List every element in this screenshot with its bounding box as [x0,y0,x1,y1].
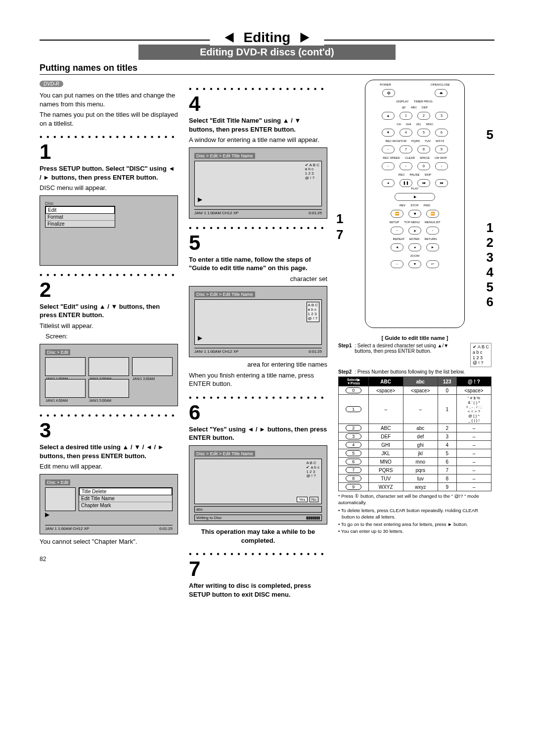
chevron-left-icon [225,33,234,43]
step-number-6: 6 [189,402,327,423]
step6-screen: Disc > Edit > Edit Title Name A B C a b … [189,445,327,524]
step1-instruction: Press SETUP button. Select "DISC" using … [40,164,178,182]
divider-dots: • • • • • • • • • • • • • • • • • • • • … [40,411,178,420]
step-number-3: 3 [40,420,178,441]
divider-dots: • • • • • • • • • • • • • • • • • • • • … [189,85,327,94]
step3-screen: Disc > Edit Title Delete Edit Title Name… [40,474,178,534]
guide-step1: Step1 : Select a desired character set u… [338,343,491,367]
step5-after: When you finish entering a title name, p… [189,371,327,388]
step-number-1: 1 [40,142,178,162]
step6-warning: This operation may take a while to be co… [189,527,327,545]
chevron-right-icon [300,33,309,43]
guide-footnote: * Press ① button, character set will be … [338,493,491,506]
step2-instruction: Select "Edit" using ▲ / ▼ buttons, then … [40,302,178,320]
step1-result: DISC menu will appear. [40,184,178,192]
title-thumb: JAN/1 1:00AM [45,357,86,376]
divider-dots: • • • • • • • • • • • • • • • • • • • • … [189,550,327,559]
title-thumb: JAN/1 4:00AM [45,379,86,398]
step-number-5: 5 [189,233,327,253]
step5-instruction: To enter a title name, follow the steps … [189,255,327,273]
step5-screen: Disc > Edit > Edit Title Name A B C a b … [189,286,327,357]
page-header: Editing [244,30,291,46]
section-heading: Putting names on titles [40,63,494,75]
step3-note: You cannot select "Chapter Mark". [40,537,178,546]
table-row: 0<space><space>0<space> [339,386,491,395]
step1-screen: Disc Edit Format Finalize [40,195,178,266]
divider-dots: • • • • • • • • • • • • • • • • • • • • … [40,271,178,280]
table-row: 2ABCabc2– [339,424,491,432]
step2-screen-label: Screen: [45,332,178,341]
table-row: 7PQRSpqrs7– [339,466,491,474]
guide-step2: Step2 : Press Number buttons following b… [338,369,491,375]
table-row: 9WXYZwxyz9– [339,483,491,491]
step5-callout-bottom: area for entering title names [189,360,327,369]
step4-screen: Disc > Edit > Edit Title Name A B C a b … [189,147,327,219]
step3-instruction: Select a desired title using ▲ / ▼ / ◄ /… [40,443,178,460]
dvd-r-badge: DVD-R [40,81,63,87]
step4-result: A window for entering a title name will … [189,136,327,144]
table-row: 3DEFdef3– [339,432,491,441]
step2-result: Titlelist will appear. [40,322,178,331]
divider-dots: • • • • • • • • • • • • • • • • • • • • … [40,133,178,142]
subsection-band: Editing DVD-R discs (cont'd) [138,45,396,60]
remote-diagram: 5 1 7 1 2 3 4 5 6 POWEROPEN/CLOSE ⏻⏏ DIS… [338,80,491,328]
intro-text-1: You can put names on the titles and chan… [40,91,178,108]
table-row: 8TUVtuv8– [339,474,491,483]
step3-result: Edit menu will appear. [40,462,178,471]
table-row: 5JKLjkl5– [339,449,491,458]
divider-dots: • • • • • • • • • • • • • • • • • • • • … [189,393,327,402]
table-row: 6MNOmno6– [339,458,491,466]
title-thumb: JAN/1 3:00AM [132,357,173,376]
title-thumb: JAN/1 2:00AM [89,357,129,376]
title-thumb: JAN/1 5:00AM [89,379,129,398]
guide-title: [ Guide to edit title name ] [338,335,491,341]
step2-screen: Disc > Edit JAN/1 1:00AMJAN/1 2:00AMJAN/… [40,344,178,406]
page-number: 82 [40,556,178,563]
guide-bullets: • To delete letters, press CLEAR button … [338,508,491,535]
step-number-2: 2 [40,280,178,300]
table-row: 4GHIghi4– [339,441,491,449]
step-number-4: 4 [189,94,327,114]
step-number-7: 7 [189,559,327,579]
character-table: Select▶▼Press ABC abc 123 @ ! ? 0<space>… [338,377,491,491]
step5-callout-top: character set [189,275,327,284]
step6-instruction: Select "Yes" using ◄ / ► buttons, then p… [189,425,327,442]
table-row: 1––1" # $ % & ' ( ) * + , - . / : ; < = … [339,395,491,424]
step4-instruction: Select "Edit Title Name" using ▲ / ▼ but… [189,116,327,134]
divider-dots: • • • • • • • • • • • • • • • • • • • • … [189,224,327,233]
step7-instruction: After writing to disc is completed, pres… [189,581,327,599]
intro-text-2: The names you put on the titles will be … [40,110,178,128]
